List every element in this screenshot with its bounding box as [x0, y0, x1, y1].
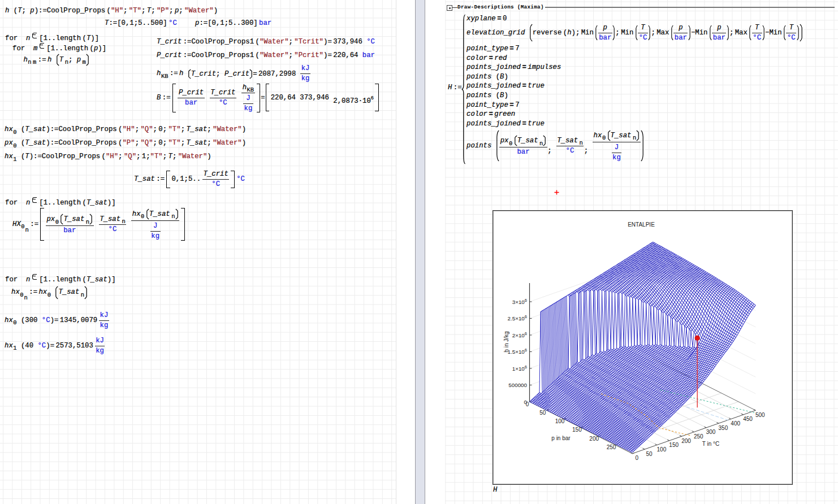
- svg-text:300: 300: [706, 429, 716, 435]
- svg-text:50: 50: [539, 410, 546, 416]
- svg-text:50: 50: [646, 451, 653, 457]
- svg-text:500000: 500000: [508, 382, 527, 388]
- svg-text:150: 150: [572, 427, 582, 433]
- svg-text:ENTALPIE: ENTALPIE: [628, 221, 655, 228]
- svg-text:500: 500: [755, 412, 765, 418]
- svg-text:450: 450: [743, 416, 753, 422]
- svg-text:1×106: 1×106: [512, 364, 527, 372]
- svg-text:2×106: 2×106: [512, 331, 527, 338]
- svg-text:2.5×106: 2.5×106: [508, 314, 527, 321]
- svg-text:400: 400: [731, 420, 740, 427]
- svg-text:100: 100: [657, 446, 667, 453]
- svg-text:h in J/kg: h in J/kg: [503, 331, 509, 352]
- svg-text:1.5×106: 1.5×106: [508, 347, 527, 355]
- svg-text:p in bar: p in bar: [551, 435, 571, 441]
- svg-text:100: 100: [555, 418, 565, 424]
- svg-text:350: 350: [719, 425, 728, 431]
- svg-text:T in °C: T in °C: [702, 441, 720, 447]
- svg-text:150: 150: [669, 442, 679, 448]
- svg-text:200: 200: [681, 438, 691, 444]
- svg-text:200: 200: [589, 436, 599, 442]
- svg-text:0: 0: [526, 401, 529, 407]
- svg-text:250: 250: [607, 444, 616, 450]
- svg-text:3×106: 3×106: [512, 298, 527, 305]
- svg-text:250: 250: [694, 433, 703, 440]
- svg-text:0: 0: [636, 455, 639, 461]
